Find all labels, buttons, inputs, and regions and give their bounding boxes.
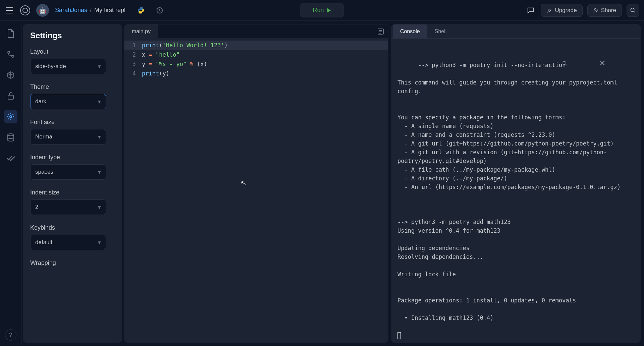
code-text: x = "hello" [142, 50, 388, 59]
chat-icon[interactable] [525, 5, 536, 16]
chevron-down-icon: ▾ [98, 169, 101, 176]
code-line[interactable]: 4print(y) [124, 69, 388, 78]
theme-value: dark [35, 98, 46, 105]
svg-point-1 [23, 8, 28, 13]
code-text: y = "%s - yo" % (x) [142, 59, 388, 69]
rail-secrets-icon[interactable] [4, 89, 17, 103]
breadcrumb-repl[interactable]: My first repl [94, 7, 125, 14]
settings-panel: Settings Layout side-by-side ▾ Theme dar… [23, 24, 122, 343]
svg-point-10 [563, 61, 566, 64]
history-icon[interactable] [156, 6, 164, 14]
console-tabs: Console Shell [391, 24, 640, 39]
rail-files-icon[interactable] [4, 27, 17, 40]
user-plus-icon [593, 8, 598, 13]
rail-checkmarks-icon[interactable] [4, 152, 17, 165]
run-button[interactable]: Run [300, 3, 343, 17]
editor-tab-label: main.py [132, 28, 151, 35]
side-rail: ? [0, 21, 21, 346]
line-number: 2 [124, 50, 142, 59]
svg-point-5 [12, 55, 14, 57]
replit-logo-icon[interactable] [19, 4, 32, 17]
tab-shell[interactable]: Shell [427, 24, 454, 38]
help-button[interactable]: ? [5, 329, 16, 341]
theme-select[interactable]: dark ▾ [30, 94, 106, 109]
breadcrumb: SarahJonas / My first repl [55, 7, 125, 14]
chevron-down-icon: ▾ [98, 63, 101, 70]
console-search-icon[interactable] [562, 43, 596, 83]
line-number: 4 [124, 69, 142, 78]
chevron-down-icon: ▾ [98, 133, 101, 140]
rocket-icon [547, 8, 552, 13]
python-icon [137, 6, 145, 14]
avatar[interactable]: 🤖 [36, 4, 49, 17]
breadcrumb-user[interactable]: SarahJonas [55, 7, 87, 14]
line-number: 1 [124, 41, 142, 50]
console-output[interactable]: --> python3 -m poetry init --no-interact… [391, 39, 640, 342]
indent-size-label: Indent size [30, 189, 115, 196]
indent-size-select[interactable]: 2 ▾ [30, 199, 106, 215]
editor-pane: main.py 1print('Hello World! 123')2x = "… [124, 24, 388, 343]
chevron-down-icon: ▾ [98, 239, 101, 246]
share-label: Share [601, 7, 616, 14]
upgrade-button[interactable]: Upgrade [541, 4, 582, 17]
pane-splitter[interactable] [388, 21, 391, 346]
code-line[interactable]: 1print('Hello World! 123') [124, 41, 388, 50]
console-pane: Console Shell --> python3 -m poetry init… [391, 24, 641, 343]
svg-point-4 [8, 51, 10, 53]
wrapping-label: Wrapping [30, 260, 115, 267]
tab-console[interactable]: Console [393, 24, 427, 38]
console-text: --> python3 -m poetry init --no-interact… [397, 62, 621, 321]
font-size-label: Font size [30, 119, 115, 126]
share-button[interactable]: Share [587, 4, 622, 17]
code-editor[interactable]: 1print('Hello World! 123')2x = "hello"3y… [124, 39, 388, 342]
menu-icon[interactable] [5, 6, 14, 15]
upgrade-label: Upgrade [555, 7, 577, 14]
chevron-down-icon: ▾ [98, 204, 101, 211]
keybinds-select[interactable]: default ▾ [30, 235, 106, 250]
layout-value: side-by-side [35, 63, 66, 70]
keybinds-label: Keybinds [30, 224, 115, 231]
svg-point-0 [20, 6, 30, 15]
console-clear-icon[interactable] [600, 43, 634, 83]
settings-title: Settings [30, 31, 115, 40]
theme-label: Theme [30, 83, 115, 91]
svg-rect-6 [8, 95, 13, 99]
keybinds-value: default [35, 239, 52, 246]
code-text: print('Hello World! 123') [142, 41, 388, 50]
indent-size-value: 2 [35, 204, 38, 211]
font-size-value: Normal [35, 133, 54, 140]
rail-packages-icon[interactable] [4, 68, 17, 82]
layout-select[interactable]: side-by-side ▾ [30, 59, 106, 74]
markdown-preview-icon[interactable] [377, 28, 384, 35]
terminal-cursor [397, 332, 401, 339]
line-number: 3 [124, 59, 142, 69]
rail-settings-icon[interactable] [4, 110, 17, 123]
search-icon [630, 7, 636, 13]
svg-point-3 [631, 8, 634, 12]
code-text: print(y) [142, 69, 388, 78]
svg-point-7 [10, 116, 12, 118]
editor-tab-main[interactable]: main.py [124, 24, 158, 38]
code-line[interactable]: 2x = "hello" [124, 50, 388, 59]
indent-type-value: spaces [35, 169, 53, 175]
breadcrumb-separator: / [90, 7, 92, 14]
top-bar: 🤖 SarahJonas / My first repl Run Upgrade… [0, 0, 644, 21]
svg-point-8 [8, 134, 14, 136]
play-icon [327, 8, 331, 13]
editor-tabs: main.py [124, 24, 388, 39]
indent-type-label: Indent type [30, 154, 115, 161]
run-label: Run [313, 7, 324, 14]
indent-type-select[interactable]: spaces ▾ [30, 164, 106, 180]
chevron-down-icon: ▾ [98, 98, 101, 105]
rail-version-control-icon[interactable] [4, 48, 17, 61]
search-button[interactable] [627, 4, 639, 17]
code-line[interactable]: 3y = "%s - yo" % (x) [124, 59, 388, 69]
svg-point-2 [594, 8, 596, 10]
rail-database-icon[interactable] [4, 131, 17, 144]
font-size-select[interactable]: Normal ▾ [30, 129, 106, 145]
layout-label: Layout [30, 48, 115, 55]
